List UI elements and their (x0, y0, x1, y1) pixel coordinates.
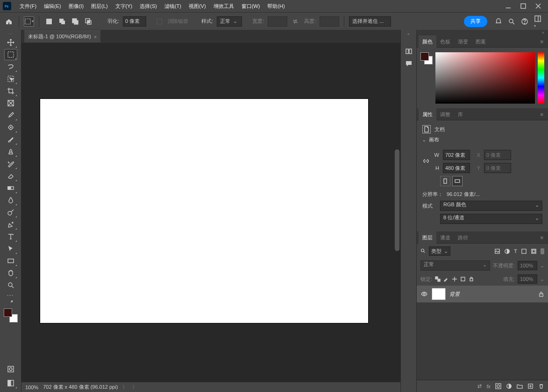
blur-tool[interactable] (4, 195, 17, 206)
brush-tool[interactable] (4, 134, 17, 145)
quick-mask-icon[interactable] (4, 364, 17, 375)
menu-编辑(E)[interactable]: 编辑(E) (40, 0, 65, 12)
notifications-icon[interactable] (495, 18, 502, 25)
canvas[interactable] (40, 99, 368, 323)
vertical-scrollbar[interactable] (395, 149, 399, 251)
orientation-portrait[interactable] (440, 176, 450, 186)
props-tab-2[interactable]: 库 (454, 108, 467, 120)
layers-tab-1[interactable]: 通道 (436, 231, 454, 244)
bit-depth-select[interactable]: 8 位/通道 (440, 214, 542, 224)
window-close[interactable] (531, 1, 545, 11)
swap-colors-icon[interactable] (4, 300, 17, 306)
search-icon[interactable] (508, 18, 515, 25)
home-button[interactable] (4, 16, 14, 27)
filter-toggle-icon[interactable] (541, 248, 544, 254)
color-panel-swatches[interactable] (420, 52, 433, 64)
lock-transparent-icon[interactable] (435, 276, 441, 282)
new-adjustment-icon[interactable] (506, 383, 512, 389)
edit-toolbar-icon[interactable]: ••• (7, 293, 14, 297)
zoom-level[interactable]: 100% (25, 385, 38, 390)
screen-mode-icon[interactable] (4, 378, 17, 389)
color-field[interactable] (435, 52, 535, 104)
help-icon[interactable] (521, 18, 528, 25)
marquee-tool[interactable] (4, 49, 17, 60)
eyedropper-tool[interactable] (4, 110, 17, 121)
delete-layer-icon[interactable] (538, 383, 544, 389)
layer-lock-icon[interactable] (538, 291, 544, 297)
canvas-section-header[interactable]: ⌄画布 (422, 136, 542, 143)
clone-stamp-tool[interactable] (4, 146, 17, 157)
color-tab-0[interactable]: 颜色 (419, 35, 436, 48)
layer-mask-icon[interactable] (495, 383, 501, 389)
panel-menu-icon[interactable]: ≡ (538, 235, 546, 240)
layers-tab-0[interactable]: 图层 (419, 231, 436, 244)
link-wh-icon[interactable] (422, 158, 430, 165)
feather-input[interactable] (123, 16, 146, 27)
orientation-landscape[interactable] (452, 176, 463, 186)
color-tab-3[interactable]: 图案 (472, 35, 490, 48)
menu-图层(L)[interactable]: 图层(L) (87, 0, 111, 12)
color-swatches[interactable] (4, 308, 18, 322)
props-tab-0[interactable]: 属性 (419, 108, 436, 120)
layer-item[interactable]: 背景 (417, 286, 548, 302)
canvas-viewport[interactable] (21, 43, 400, 382)
layer-search-icon[interactable] (420, 248, 426, 254)
foreground-color-swatch[interactable] (4, 308, 12, 317)
filter-adjustment-icon[interactable] (504, 248, 510, 254)
history-brush-tool[interactable] (4, 158, 17, 169)
gradient-tool[interactable] (4, 182, 17, 194)
menu-文字(Y)[interactable]: 文字(Y) (112, 0, 136, 12)
color-mode-select[interactable]: RGB 颜色 (440, 201, 542, 211)
window-minimize[interactable] (501, 1, 515, 11)
link-layers-icon[interactable]: ⇄ (477, 383, 482, 389)
selection-intersect-icon[interactable] (83, 16, 93, 27)
filter-type-icon[interactable]: T (514, 248, 517, 254)
status-chevron-icon[interactable]: 〉 (122, 384, 128, 391)
filter-pixel-icon[interactable] (494, 248, 500, 254)
layer-filter-kind[interactable]: 类型⌄ (429, 246, 450, 256)
pen-tool[interactable] (4, 219, 17, 230)
learn-panel-icon[interactable] (405, 48, 413, 55)
layers-tab-2[interactable]: 路径 (454, 231, 472, 244)
menu-图像(I)[interactable]: 图像(I) (65, 0, 87, 12)
selection-new-icon[interactable] (44, 16, 54, 27)
new-layer-icon[interactable] (527, 383, 534, 389)
props-tab-1[interactable]: 调整 (436, 108, 454, 120)
eraser-tool[interactable] (4, 170, 17, 182)
filter-smartobject-icon[interactable] (531, 248, 537, 254)
lasso-tool[interactable] (4, 61, 17, 72)
lock-all-icon[interactable] (469, 276, 474, 282)
color-tab-2[interactable]: 渐变 (454, 35, 472, 48)
frame-tool[interactable] (4, 98, 17, 109)
color-tab-1[interactable]: 色板 (436, 35, 454, 48)
hue-slider[interactable] (538, 52, 544, 104)
move-tool[interactable] (4, 37, 17, 48)
menu-增效工具[interactable]: 增效工具 (210, 0, 238, 12)
menu-滤镜(T)[interactable]: 滤镜(T) (161, 0, 185, 12)
select-and-mask-button[interactable]: 选择并遮住 ... (349, 16, 391, 27)
panel-menu-icon[interactable]: ≡ (538, 39, 546, 44)
panel-menu-icon[interactable]: ≡ (538, 112, 546, 117)
workspace-switcher-icon[interactable]: ▾ (534, 15, 541, 28)
canvas-height-input[interactable] (443, 163, 470, 173)
menu-选择(S)[interactable]: 选择(S) (136, 0, 161, 12)
object-selection-tool[interactable] (4, 73, 17, 84)
lock-position-icon[interactable] (452, 276, 457, 282)
healing-brush-tool[interactable] (4, 122, 17, 133)
layer-visibility-icon[interactable] (420, 290, 428, 298)
layer-fx-icon[interactable]: fx (486, 384, 491, 389)
style-select[interactable]: 正常⌄ (217, 16, 242, 27)
lock-image-icon[interactable] (443, 276, 449, 282)
close-tab-icon[interactable]: × (94, 34, 97, 40)
filter-shape-icon[interactable] (521, 248, 527, 254)
marquee-tool-indicator[interactable]: ▾ (24, 16, 34, 27)
layer-name[interactable]: 背景 (449, 291, 534, 298)
path-selection-tool[interactable] (4, 243, 17, 254)
hand-tool[interactable] (4, 267, 17, 279)
rectangle-tool[interactable] (4, 255, 17, 266)
crop-tool[interactable] (4, 85, 17, 97)
dodge-tool[interactable] (4, 207, 17, 218)
zoom-tool[interactable] (4, 280, 17, 291)
lock-artboard-icon[interactable] (460, 276, 466, 282)
toolbox-grip[interactable]: ⋯ (1, 32, 20, 36)
